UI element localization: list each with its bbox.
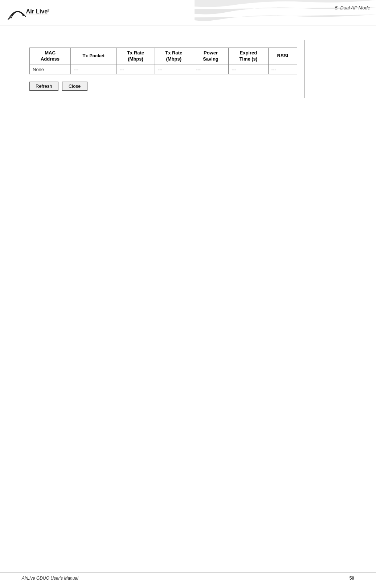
- col-tx-rate1: Tx Rate(Mbps): [117, 48, 155, 65]
- col-power-saving: PowerSaving: [193, 48, 228, 65]
- col-tx-rate2: Tx Rate(Mbps): [155, 48, 193, 65]
- cell-rssi: ---: [268, 65, 297, 74]
- header-decoration: [195, 0, 376, 25]
- svg-text:®: ®: [48, 9, 49, 12]
- station-table: MACAddress Tx Packet Tx Rate(Mbps) Tx Ra…: [29, 48, 297, 74]
- main-content: MACAddress Tx Packet Tx Rate(Mbps) Tx Ra…: [0, 25, 376, 113]
- col-mac: MACAddress: [30, 48, 71, 65]
- cell-tx_rate1: ---: [117, 65, 155, 74]
- cell-tx_rate2: ---: [155, 65, 193, 74]
- table-header-row: MACAddress Tx Packet Tx Rate(Mbps) Tx Ra…: [30, 48, 297, 65]
- page-footer: AirLive GDUO User's Manual 50: [0, 572, 376, 581]
- svg-point-0: [22, 14, 24, 16]
- close-button[interactable]: Close: [62, 82, 87, 91]
- table-row: None------------------: [30, 65, 297, 74]
- svg-text:Air Live: Air Live: [26, 8, 48, 15]
- logo-area: Air Live ®: [6, 3, 49, 22]
- cell-mac: None: [30, 65, 71, 74]
- cell-power_saving: ---: [193, 65, 228, 74]
- footer-manual: AirLive GDUO User's Manual: [22, 576, 78, 581]
- page-header: Air Live ® 5. Dual AP Mode: [0, 0, 376, 25]
- refresh-button[interactable]: Refresh: [29, 82, 58, 91]
- button-area: Refresh Close: [29, 82, 297, 91]
- data-panel: MACAddress Tx Packet Tx Rate(Mbps) Tx Ra…: [22, 40, 305, 98]
- cell-tx_packet: ---: [71, 65, 117, 74]
- footer-page: 50: [350, 576, 354, 581]
- col-expired-time: ExpiredTime (s): [229, 48, 268, 65]
- cell-expired_time: ---: [229, 65, 268, 74]
- col-tx-packet: Tx Packet: [71, 48, 117, 65]
- airlive-logo: Air Live ®: [6, 4, 49, 22]
- col-rssi: RSSI: [268, 48, 297, 65]
